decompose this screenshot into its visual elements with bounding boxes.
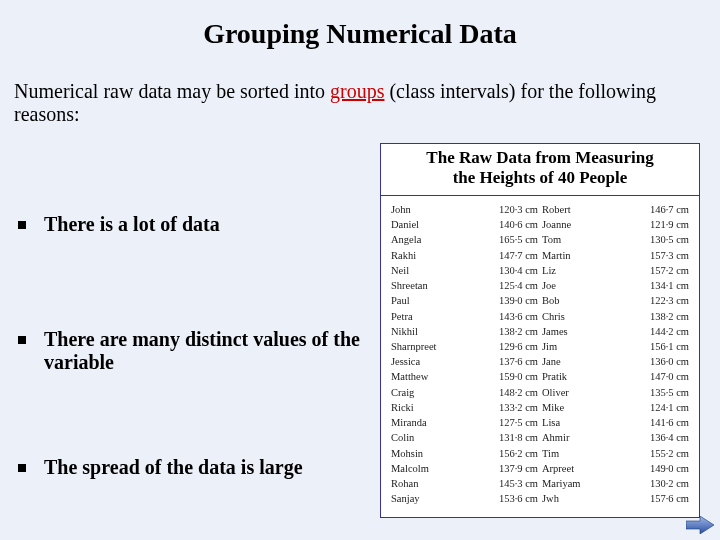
entry-name: Matthew — [391, 369, 432, 384]
raw-data-entry: Sanjay153·6 cm — [391, 491, 538, 506]
entry-name: Ahmir — [542, 430, 573, 445]
raw-data-entry: Craig148·2 cm — [391, 385, 538, 400]
raw-data-entry: Matthew159·0 cm — [391, 369, 538, 384]
entry-value: 137·6 cm — [497, 354, 538, 369]
raw-data-entry: Miranda127·5 cm — [391, 415, 538, 430]
entry-name: Jim — [542, 339, 561, 354]
raw-data-entry: Arpreet149·0 cm — [542, 461, 689, 476]
raw-data-entry: Rakhi147·7 cm — [391, 248, 538, 263]
entry-value: 129·6 cm — [497, 339, 538, 354]
entry-value: 125·4 cm — [497, 278, 538, 293]
raw-data-entry: Colin131·8 cm — [391, 430, 538, 445]
entry-name: Daniel — [391, 217, 423, 232]
raw-data-entry: Jessica137·6 cm — [391, 354, 538, 369]
raw-data-entry: James144·2 cm — [542, 324, 689, 339]
entry-name: Colin — [391, 430, 418, 445]
entry-value: 133·2 cm — [497, 400, 538, 415]
raw-data-entry: Mohsin156·2 cm — [391, 446, 538, 461]
entry-name: Neil — [391, 263, 413, 278]
entry-value: 120·3 cm — [497, 202, 538, 217]
raw-data-entry: Liz157·2 cm — [542, 263, 689, 278]
next-slide-button[interactable] — [686, 516, 714, 534]
entry-value: 122·3 cm — [648, 293, 689, 308]
entry-name: Mike — [542, 400, 568, 415]
entry-name: Angela — [391, 232, 425, 247]
entry-value: 137·9 cm — [497, 461, 538, 476]
raw-data-entry: John120·3 cm — [391, 202, 538, 217]
entry-name: Petra — [391, 309, 417, 324]
entry-value: 153·6 cm — [497, 491, 538, 506]
entry-value: 146·7 cm — [648, 202, 689, 217]
entry-name: Jessica — [391, 354, 424, 369]
entry-value: 159·0 cm — [497, 369, 538, 384]
raw-data-entry: Rohan145·3 cm — [391, 476, 538, 491]
entry-name: Martin — [542, 248, 575, 263]
entry-value: 140·6 cm — [497, 217, 538, 232]
entry-value: 155·2 cm — [648, 446, 689, 461]
entry-name: Bob — [542, 293, 564, 308]
entry-name: Liz — [542, 263, 560, 278]
entry-value: 143·6 cm — [497, 309, 538, 324]
raw-data-header-line1: The Raw Data from Measuring — [426, 148, 653, 167]
raw-data-entry: Daniel140·6 cm — [391, 217, 538, 232]
bullet-2-text: There are many distinct values of the va… — [44, 328, 368, 374]
raw-data-entry: Robert146·7 cm — [542, 202, 689, 217]
raw-data-col-right: Robert146·7 cmJoanne121·9 cmTom130·5 cmM… — [542, 202, 689, 513]
intro-text: Numerical raw data may be sorted into gr… — [14, 80, 708, 126]
raw-data-entry: Jane136·0 cm — [542, 354, 689, 369]
entry-value: 138·2 cm — [648, 309, 689, 324]
entry-name: Malcolm — [391, 461, 433, 476]
entry-name: John — [391, 202, 415, 217]
slide-title: Grouping Numerical Data — [0, 18, 720, 50]
entry-name: Nikhil — [391, 324, 422, 339]
entry-name: Jane — [542, 354, 565, 369]
raw-data-entry: Nikhil138·2 cm — [391, 324, 538, 339]
entry-value: 138·2 cm — [497, 324, 538, 339]
bullet-square-icon — [18, 221, 26, 229]
raw-data-entry: Oliver135·5 cm — [542, 385, 689, 400]
entry-name: Pratik — [542, 369, 571, 384]
entry-name: James — [542, 324, 572, 339]
entry-name: Arpreet — [542, 461, 578, 476]
bullet-3: The spread of the data is large — [18, 456, 378, 479]
raw-data-entry: Chris138·2 cm — [542, 309, 689, 324]
entry-value: 124·1 cm — [648, 400, 689, 415]
entry-value: 157·3 cm — [648, 248, 689, 263]
raw-data-entry: Neil130·4 cm — [391, 263, 538, 278]
entry-name: Rakhi — [391, 248, 420, 263]
raw-data-entry: Tom130·5 cm — [542, 232, 689, 247]
entry-value: 130·5 cm — [648, 232, 689, 247]
raw-data-entry: Petra143·6 cm — [391, 309, 538, 324]
entry-value: 148·2 cm — [497, 385, 538, 400]
bullet-3-text: The spread of the data is large — [44, 456, 303, 479]
intro-pre: Numerical raw data may be sorted into — [14, 80, 330, 102]
entry-name: Shreetan — [391, 278, 432, 293]
raw-data-header: The Raw Data from Measuring the Heights … — [380, 143, 700, 197]
raw-data-entry: Jim156·1 cm — [542, 339, 689, 354]
entry-value: 135·5 cm — [648, 385, 689, 400]
entry-name: Rohan — [391, 476, 422, 491]
entry-name: Lisa — [542, 415, 564, 430]
raw-data-entry: Mariyam130·2 cm — [542, 476, 689, 491]
raw-data-entry: Tim155·2 cm — [542, 446, 689, 461]
entry-name: Ricki — [391, 400, 418, 415]
entry-value: 127·5 cm — [497, 415, 538, 430]
bullet-1: There is a lot of data — [18, 213, 368, 236]
entry-value: 121·9 cm — [648, 217, 689, 232]
entry-name: Tom — [542, 232, 565, 247]
entry-value: 141·6 cm — [648, 415, 689, 430]
entry-name: Joe — [542, 278, 560, 293]
entry-name: Chris — [542, 309, 569, 324]
entry-value: 149·0 cm — [648, 461, 689, 476]
entry-value: 139·0 cm — [497, 293, 538, 308]
bullet-square-icon — [18, 464, 26, 472]
intro-keyword: groups — [330, 80, 384, 102]
bullet-1-text: There is a lot of data — [44, 213, 220, 236]
entry-name: Paul — [391, 293, 414, 308]
entry-value: 130·4 cm — [497, 263, 538, 278]
entry-name: Mohsin — [391, 446, 427, 461]
entry-name: Robert — [542, 202, 575, 217]
entry-value: 134·1 cm — [648, 278, 689, 293]
raw-data-entry: Joe134·1 cm — [542, 278, 689, 293]
slide: Grouping Numerical Data Numerical raw da… — [0, 0, 720, 540]
